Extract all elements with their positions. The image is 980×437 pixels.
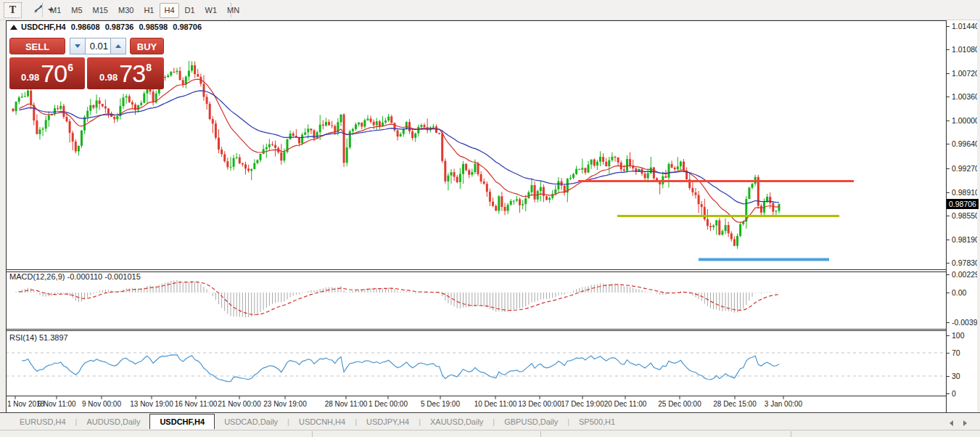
timeframe-button-h4[interactable]: H4 [160, 3, 178, 18]
axis-label: 0.98910 [952, 188, 979, 197]
axis-label: 0.002297 [952, 270, 980, 279]
axis-tick [947, 192, 950, 193]
text-tool-button[interactable]: T [4, 2, 22, 18]
volume-stepper [70, 38, 126, 54]
axis-label: 100 [952, 331, 965, 340]
timeframe-button-m30[interactable]: M30 [114, 3, 138, 18]
status-divider [791, 431, 791, 437]
date-label: 16 Nov 11:00 [175, 400, 218, 408]
buy-price-big: 73 [119, 59, 145, 88]
timeframe-button-w1[interactable]: W1 [201, 3, 222, 18]
price-axis[interactable]: 0.98706 1.014401.010801.007201.003601.00… [947, 20, 980, 412]
timeframe-button-m5[interactable]: M5 [67, 3, 86, 18]
axis-label: 1.01080 [952, 45, 979, 54]
tab-usdjpy-h4[interactable]: USDJPY,H4 [357, 415, 419, 429]
axis-tick [947, 393, 950, 394]
chart-title: USDCHF,H4 0.98608 0.98736 0.98598 0.9870… [10, 23, 205, 31]
sell-price-small: 0.98 [21, 72, 39, 83]
axis-label: 70 [952, 348, 960, 357]
volume-down-icon [75, 44, 81, 48]
axis-tick [947, 97, 950, 97]
tab-xauusd-daily[interactable]: XAUUSD,Daily [421, 415, 493, 429]
window-edge [977, 20, 980, 412]
axis-tick [947, 168, 950, 169]
axis-tick [947, 216, 950, 216]
date-label: 6 Nov 11:00 [37, 400, 75, 408]
axis-label: 0.99640 [952, 139, 979, 148]
toolbar-grip-2 [231, 3, 231, 17]
axis-label: 1.00720 [952, 69, 979, 78]
title-symbol: USDCHF,H4 [21, 23, 66, 31]
axis-tick [947, 240, 950, 240]
date-label: 10 Dec 11:00 [474, 400, 517, 408]
axis-tick [947, 144, 950, 144]
timeframe-toolbar: M1M5M15M30H1H4D1W1MN [45, 2, 244, 18]
axis-label: 30 [952, 372, 960, 380]
axis-label: 0 [952, 389, 956, 398]
date-label: 28 Nov 11:00 [325, 400, 368, 408]
buy-price-sup: 8 [146, 62, 152, 73]
volume-input[interactable] [86, 38, 110, 54]
axis-tick [947, 26, 950, 27]
toolbar: T M1M5M15M30H1H4D1W1MN [0, 0, 980, 20]
date-label: 3 Jan 00:00 [765, 400, 802, 408]
metatrader-window: T M1M5M15M30H1H4D1W1MN USDCHF,H4 0.98608… [0, 0, 980, 437]
date-label: 23 Nov 19:00 [263, 400, 307, 408]
sell-price-box[interactable]: 0.98 70 6 [9, 57, 85, 89]
axis-label: -0.003904 [952, 318, 980, 327]
tab-sp500-h1[interactable]: SP500,H1 [569, 415, 625, 429]
volume-up-button[interactable] [110, 38, 126, 54]
axis-tick [947, 274, 950, 275]
buy-button[interactable]: BUY [130, 38, 164, 54]
axis-label: 0.98550 [952, 211, 979, 220]
tab-gbpusd-daily[interactable]: GBPUSD,Daily [495, 415, 567, 429]
status-bar [0, 430, 980, 437]
timeframe-button-h1[interactable]: H1 [139, 3, 158, 18]
tab-scroll-left-button[interactable] [950, 420, 953, 426]
title-high: 0.98736 [105, 23, 134, 31]
toolbar-grip [42, 3, 43, 17]
tab-eurusd-h4[interactable]: EURUSD,H4 [10, 415, 75, 429]
timeframe-button-m1[interactable]: M1 [46, 3, 65, 18]
axis-tick [947, 322, 950, 323]
axis-tick [947, 335, 950, 336]
tab-usdchf-h4[interactable]: USDCHF,H4 [149, 414, 215, 429]
timeframe-button-mn[interactable]: MN [223, 3, 244, 18]
time-axis[interactable]: 1 Nov 20186 Nov 11:009 Nov 00:0013 Nov 1… [6, 399, 947, 412]
tab-audusd-daily[interactable]: AUDUSD,Daily [77, 415, 149, 429]
axis-tick [947, 73, 950, 74]
sell-button[interactable]: SELL [9, 38, 65, 54]
one-click-trade-panel: SELL BUY 0.98 70 6 0.98 73 8 [9, 38, 164, 89]
tab-usdcnh-h4[interactable]: USDCNH,H4 [289, 415, 355, 429]
axis-label: 0.97830 [952, 258, 979, 267]
title-open: 0.98608 [71, 23, 100, 31]
buy-price-box[interactable]: 0.98 73 8 [87, 57, 164, 89]
tab-usdcad-daily[interactable]: USDCAD,Daily [215, 415, 287, 429]
title-low: 0.98598 [139, 23, 168, 31]
date-label: 20 Dec 11:00 [604, 400, 647, 408]
chart-bottom-border [0, 412, 980, 413]
date-label: 28 Dec 15:00 [713, 400, 757, 408]
axis-label: 1.01440 [952, 22, 979, 30]
rsi-label: RSI(14) 51.3897 [9, 333, 68, 342]
timeframe-button-m15[interactable]: M15 [88, 3, 112, 18]
axis-label: 0.99270 [952, 164, 979, 173]
axis-label: 1.00360 [952, 92, 979, 101]
volume-down-button[interactable] [70, 38, 86, 54]
status-divider [312, 431, 313, 437]
date-label: 9 Nov 00:00 [82, 400, 121, 408]
timeframe-button-d1[interactable]: D1 [181, 3, 199, 18]
axis-tick [947, 263, 950, 264]
date-label: 13 Nov 19:00 [130, 400, 173, 408]
title-close: 0.98706 [173, 23, 202, 31]
macd-label: MACD(12,26,9) -0.000110 -0.001015 [9, 272, 141, 281]
axis-label: 0.98190 [952, 235, 979, 244]
tab-bar: EURUSD,H4|AUDUSD,DailyUSDCHF,H4USDCAD,Da… [0, 414, 980, 429]
axis-tick [947, 353, 950, 354]
axis-tick [947, 293, 950, 293]
current-price-badge: 0.98706 [947, 199, 979, 209]
buy-price-small: 0.98 [99, 72, 118, 83]
sell-price-big: 70 [41, 59, 67, 88]
tab-scroll-right-button[interactable] [963, 420, 967, 426]
axis-label: 1.00000 [952, 116, 979, 125]
